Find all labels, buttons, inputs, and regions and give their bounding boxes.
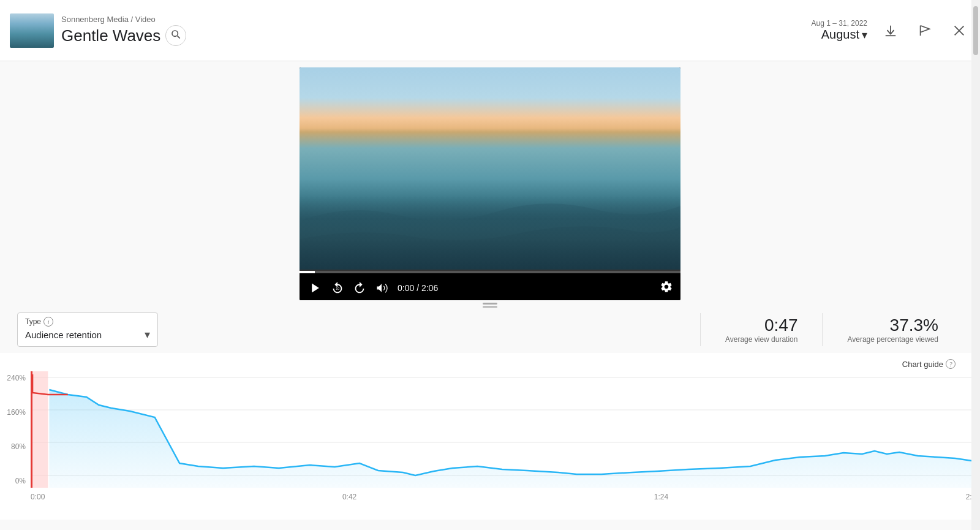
replay-back-button[interactable]: 10: [329, 279, 346, 297]
month-selector-row[interactable]: August ▾: [821, 28, 867, 42]
avg-view-duration-value: 0:47: [725, 316, 798, 335]
drag-handle-line-1: [483, 303, 497, 305]
x-axis: 0:00 0:42 1:24 2:06: [31, 490, 980, 501]
volume-button[interactable]: [373, 279, 390, 297]
svg-marker-5: [312, 284, 319, 293]
y-label-80: 80%: [11, 442, 26, 451]
chart-guide-label: Chart guide: [902, 360, 943, 369]
time-display: 0:00 / 2:06: [398, 283, 438, 293]
y-label-0: 0%: [15, 477, 26, 485]
replay-forward-button[interactable]: [351, 279, 368, 297]
svg-point-0: [172, 31, 178, 36]
video-visual: [300, 67, 680, 270]
y-label-160: 160%: [7, 408, 26, 417]
video-controls: 10 0:00 / 2:06: [300, 276, 680, 300]
close-button[interactable]: [948, 20, 970, 42]
type-info-icon[interactable]: i: [43, 317, 53, 327]
svg-marker-7: [377, 284, 382, 292]
stats-container: 0:47 Average view duration 37.3% Average…: [700, 313, 963, 346]
chevron-down-icon: ▾: [862, 28, 867, 42]
type-label: Type: [25, 317, 41, 326]
top-bar-right: Aug 1 – 31, 2022 August ▾: [812, 19, 970, 42]
chart-guide-info-icon: ?: [946, 359, 956, 369]
progress-fill: [300, 271, 315, 273]
chart-guide-row: Chart guide ?: [0, 353, 980, 371]
type-chevron-icon: ▾: [145, 328, 150, 341]
controls-stats-row: Type i Audience retention ▾ 0:47 Average…: [0, 312, 980, 347]
video-progress-bar[interactable]: [300, 271, 680, 273]
thumbnail-image: [10, 13, 54, 48]
video-title-row: Gentle Waves: [61, 25, 186, 46]
svg-text:10: 10: [336, 287, 339, 290]
avg-pct-viewed-block: 37.3% Average percentage viewed: [822, 313, 963, 346]
breadcrumb: Sonnenberg Media / Video: [61, 15, 186, 24]
y-axis: 240% 160% 80% 0%: [0, 371, 31, 488]
chart-section: Chart guide ? 240% 160% 80% 0%: [0, 353, 980, 520]
settings-button[interactable]: [660, 280, 673, 297]
avg-pct-viewed-label: Average percentage viewed: [847, 335, 938, 344]
selected-month: August: [821, 28, 859, 42]
scrollbar-thumb[interactable]: [973, 6, 978, 55]
x-label-124: 1:24: [654, 493, 668, 501]
page-title: Gentle Waves: [61, 26, 160, 45]
date-range: Aug 1 – 31, 2022: [812, 19, 867, 28]
type-value: Audience retention: [25, 330, 102, 340]
play-button[interactable]: [307, 279, 324, 297]
search-button[interactable]: [165, 25, 186, 46]
chart-guide-button[interactable]: Chart guide ?: [902, 359, 956, 369]
avg-pct-viewed-value: 37.3%: [847, 316, 938, 335]
x-label-042: 0:42: [342, 493, 356, 501]
video-thumbnail: [10, 13, 54, 48]
title-area: Sonnenberg Media / Video Gentle Waves: [61, 15, 186, 46]
scrollbar[interactable]: [971, 0, 980, 530]
retention-chart: [31, 371, 980, 488]
download-button[interactable]: [880, 20, 902, 42]
drag-handle[interactable]: [483, 300, 497, 310]
y-label-240: 240%: [7, 374, 26, 382]
x-label-start: 0:00: [31, 493, 45, 501]
chart-area: 240% 160% 80% 0%: [0, 371, 980, 501]
type-dropdown[interactable]: Type i Audience retention ▾: [17, 312, 158, 347]
flag-button[interactable]: [914, 20, 936, 42]
search-icon: [171, 29, 181, 42]
svg-line-1: [178, 36, 180, 39]
avg-view-duration-label: Average view duration: [725, 335, 798, 344]
type-label-row: Type i: [25, 317, 150, 327]
type-value-row: Audience retention ▾: [25, 328, 150, 341]
main-content: 10 0:00 / 2:06: [0, 61, 980, 520]
avg-view-duration-block: 0:47 Average view duration: [700, 313, 823, 346]
top-bar: Sonnenberg Media / Video Gentle Waves Au…: [0, 0, 980, 61]
video-player: 10 0:00 / 2:06: [300, 67, 680, 300]
top-bar-left: Sonnenberg Media / Video Gentle Waves: [10, 13, 186, 48]
chart-svg-container: 0:00 0:42 1:24 2:06: [31, 371, 980, 501]
date-selector[interactable]: Aug 1 – 31, 2022 August ▾: [812, 19, 867, 42]
drag-handle-line-2: [483, 306, 497, 308]
